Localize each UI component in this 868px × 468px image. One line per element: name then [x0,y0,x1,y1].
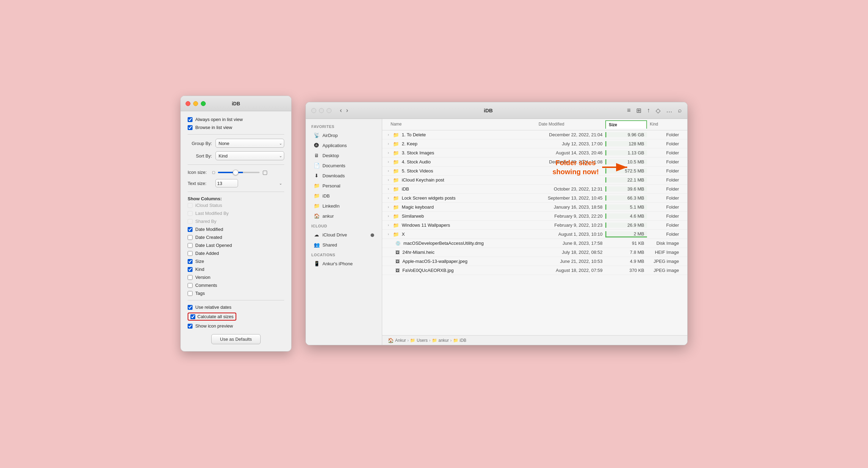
table-row[interactable]: › 📁 iDB October 23, 2022, 12:31 39.6 MB … [382,185,687,194]
kind-checkbox[interactable] [188,267,193,272]
expand-icon[interactable]: › [388,205,389,209]
table-row[interactable]: › 📁 X August 1, 2023, 10:10 2 MB Folder [382,230,687,239]
file-kind: Folder [647,223,682,228]
text-size-select[interactable]: 10 11 12 13 14 15 16 [215,179,238,187]
sort-by-select[interactable]: Kind Name Date Modified Size Date Create… [215,151,284,160]
sidebar-item-linkedin[interactable]: 📁 LinkedIn [308,201,380,211]
maximize-button[interactable] [201,101,206,106]
folder-icon: 📁 [393,177,399,183]
use-as-defaults-button[interactable]: Use as Defaults [211,334,261,344]
sidebar-item-downloads[interactable]: ⬇ Downloads [308,171,380,180]
sort-by-select-wrapper: Kind Name Date Modified Size Date Create… [215,151,284,160]
show-icon-preview-checkbox[interactable] [188,324,193,329]
icloud-drive-label: iCloud Drive [322,232,347,237]
table-row[interactable]: › 📁 iCloud Keychain post 22.1 MB Folder [382,176,687,185]
expand-icon[interactable]: › [388,151,389,155]
sidebar-item-personal[interactable]: 📁 Personal [308,181,380,191]
table-row[interactable]: › 📁 Magic keyboard January 16, 2023, 18:… [382,203,687,212]
col-header-size[interactable]: Size [605,120,647,129]
table-row[interactable]: › 📁 5. Stock Videos 572.5 MB Folder [382,167,687,176]
table-row[interactable]: 🖼 Apple-macOS-13-wallpaper.jpeg June 21,… [382,257,687,266]
use-relative-dates-checkbox[interactable] [188,305,193,310]
expand-icon[interactable]: › [388,133,389,137]
desktop-label: Desktop [322,153,339,158]
minimize-button[interactable] [193,101,198,106]
finder-maximize-btn[interactable] [327,108,331,113]
icloud-status-row: iCloud Status [188,203,284,208]
tags-checkbox[interactable] [188,291,193,296]
sidebar-item-documents[interactable]: 📄 Documents [308,161,380,170]
table-row[interactable]: › 📁 1. To Delete December 22, 2022, 21:0… [382,130,687,139]
expand-icon[interactable]: › [388,223,389,227]
expand-icon[interactable]: › [388,142,389,146]
expand-icon[interactable]: › [388,214,389,218]
col-header-date-modified[interactable]: Date Modified [536,120,605,129]
expand-icon[interactable]: › [388,196,389,200]
finder-minimize-btn[interactable] [319,108,324,113]
view-options-icon[interactable]: ≡ [627,107,631,114]
date-added-checkbox[interactable] [188,251,193,256]
last-modified-by-checkbox[interactable] [188,211,193,216]
expand-icon[interactable]: › [388,232,389,236]
sidebar-item-idb[interactable]: 📁 iDB [308,191,380,201]
file-kind: JPEG image [647,268,682,273]
table-row[interactable]: › 📁 2. Keep July 12, 2023, 17:00 128 MB … [382,139,687,148]
file-name-cell: › 📁 iCloud Keychain post [388,177,536,183]
date-created-checkbox[interactable] [188,235,193,240]
file-name: Windows 11 Wallpapers [402,223,450,228]
col-header-name[interactable]: Name [388,120,536,129]
icloud-drive-icon: ☁ [313,232,320,238]
date-last-opened-checkbox[interactable] [188,243,193,248]
use-relative-dates-row: Use relative dates [188,305,284,310]
tag-icon[interactable]: ◇ [656,107,661,114]
table-row[interactable]: 🖼 FaVoE0QUcAEORXB.jpg August 18, 2022, 0… [382,266,687,275]
expand-icon[interactable]: › [388,169,389,173]
always-open-list-view-checkbox[interactable] [188,117,193,122]
more-icon[interactable]: … [666,107,672,114]
file-name: 2. Keep [402,141,417,146]
table-row[interactable]: 🖼 24hr-Miami.heic July 18, 2022, 08:52 7… [382,248,687,257]
back-button[interactable]: ‹ [338,107,343,114]
group-by-select[interactable]: None Name Kind Date Modified Size [215,139,284,148]
finder-body: Favorites 📡 AirDrop 🅐 Applications 🖥 Des… [306,119,687,345]
forward-button[interactable]: › [345,107,350,114]
table-row[interactable]: › 📁 Lock Screen widgets posts September … [382,194,687,203]
size-checkbox[interactable] [188,259,193,264]
search-icon[interactable]: ⌕ [678,107,682,114]
date-last-opened-row: Date Last Opened [188,243,284,248]
sidebar-item-iphone[interactable]: 📱 Ankur's iPhone [308,259,380,268]
sidebar-item-applications[interactable]: 🅐 Applications [308,140,380,150]
view-mode-icon[interactable]: ⊞ [636,107,641,114]
file-size: 1.13 GB [605,150,647,155]
share-icon[interactable]: ↑ [647,107,650,114]
folder-icon: 📁 [393,132,399,138]
browse-list-view-checkbox[interactable] [188,125,193,130]
table-row[interactable]: › 📁 4. Stock Audio December 20, 2021, 11… [382,158,687,167]
sidebar-item-icloud-drive[interactable]: ☁ iCloud Drive ⬤ [308,230,380,240]
col-header-kind[interactable]: Kind [647,120,682,129]
expand-icon[interactable]: › [388,178,389,182]
comments-checkbox[interactable] [188,283,193,288]
table-row[interactable]: › 📁 3. Stock Images August 14, 2023, 20:… [382,148,687,158]
table-row[interactable]: › 📁 Windows 11 Wallpapers February 9, 20… [382,221,687,230]
finder-window: ‹ › iDB ≡ ⊞ ↑ ◇ … ⌕ Favorites 📡 AirDrop [305,102,688,345]
icloud-status-checkbox[interactable] [188,203,193,208]
folder-icon: 📁 [393,168,399,174]
sidebar-item-ankur[interactable]: 🏠 ankur [308,211,380,221]
table-row[interactable]: 💿 macOSDeveloperBetaAccessUtility.dmg Ju… [382,239,687,248]
version-checkbox[interactable] [188,275,193,280]
table-row[interactable]: › 📁 Similarweb February 9, 2023, 22:20 4… [382,212,687,221]
calculate-all-sizes-checkbox[interactable] [190,314,195,319]
finder-close-btn[interactable] [311,108,316,113]
expand-icon[interactable]: › [388,160,389,164]
shared-by-checkbox[interactable] [188,219,193,224]
sidebar-item-airdrop[interactable]: 📡 AirDrop [308,130,380,140]
icon-size-slider[interactable] [218,172,260,173]
documents-label: Documents [322,163,345,168]
date-modified-checkbox[interactable] [188,227,193,232]
sidebar-item-desktop[interactable]: 🖥 Desktop [308,151,380,160]
expand-icon[interactable]: › [388,187,389,191]
sidebar-item-shared[interactable]: 👥 Shared [308,240,380,250]
file-size: 2 MB [605,231,647,237]
close-button[interactable] [186,101,190,106]
